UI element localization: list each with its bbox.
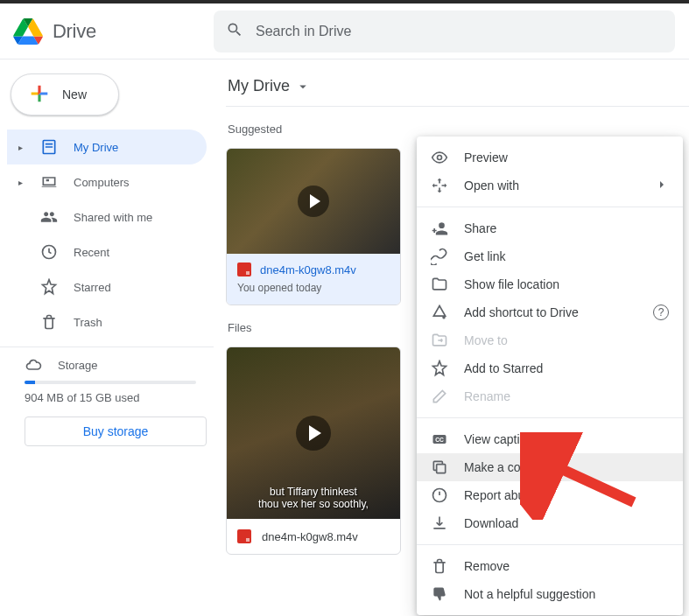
menu-get-link[interactable]: Get link [417, 242, 683, 270]
file-name: dne4m-k0gw8.m4v [262, 530, 358, 543]
person-add-icon [431, 220, 448, 237]
eye-icon [431, 149, 448, 166]
copy-icon [431, 458, 448, 476]
sidebar-item-label: Recent [74, 246, 109, 259]
menu-report-abuse[interactable]: Report abuse [417, 481, 683, 509]
clock-icon [40, 243, 58, 261]
video-file-icon [237, 262, 251, 276]
drive-icon [40, 138, 58, 156]
menu-add-shortcut[interactable]: Add shortcut to Drive ? [417, 298, 683, 326]
menu-rename: Rename [417, 382, 683, 410]
buy-storage-button[interactable]: Buy storage [25, 416, 207, 446]
menu-download[interactable]: Download [417, 509, 683, 537]
sidebar-item-label: My Drive [74, 141, 118, 154]
menu-remove[interactable]: Remove [417, 552, 683, 580]
video-thumbnail[interactable]: but Tiffany thinkest thou vex her so soo… [227, 347, 400, 519]
help-icon[interactable]: ? [653, 304, 669, 320]
link-icon [431, 248, 448, 265]
play-icon [296, 416, 331, 451]
menu-add-starred[interactable]: Add to Starred [417, 354, 683, 382]
sidebar-item-shared[interactable]: ▸ Shared with me [7, 200, 207, 234]
suggested-file-card[interactable]: dne4m-k0gw8.m4v You opened today [226, 148, 401, 305]
thumbs-down-icon [431, 585, 448, 603]
chevron-down-icon [295, 79, 311, 94]
app-name: Drive [53, 20, 96, 43]
pencil-icon [431, 388, 448, 405]
cloud-icon [25, 356, 42, 374]
chevron-right-icon [655, 178, 669, 194]
storage-usage-text: 904 MB of 15 GB used [7, 391, 207, 404]
breadcrumb[interactable]: My Drive [226, 68, 689, 106]
star-icon [431, 360, 448, 377]
open-with-icon [431, 177, 448, 194]
storage-label: Storage [58, 359, 98, 372]
sidebar: New ▸ My Drive ▸ Computers ▸ Shared with… [0, 60, 214, 616]
download-icon [431, 514, 448, 532]
drive-logo-icon [11, 14, 46, 49]
new-button-label: New [62, 88, 87, 102]
menu-preview[interactable]: Preview [417, 144, 683, 172]
nav-list: ▸ My Drive ▸ Computers ▸ Shared with me … [7, 130, 207, 340]
trash-icon [40, 313, 58, 331]
sidebar-item-storage[interactable]: Storage [7, 356, 207, 379]
menu-view-caption[interactable]: CC View caption tracks [417, 425, 683, 453]
menu-make-copy[interactable]: Make a copy [417, 453, 683, 481]
video-file-icon [237, 529, 251, 543]
new-button[interactable]: New [11, 74, 119, 116]
search-bar[interactable] [214, 10, 675, 52]
menu-show-location[interactable]: Show file location [417, 270, 683, 298]
sidebar-item-label: Computers [74, 176, 130, 189]
svg-rect-4 [437, 465, 446, 473]
svg-text:CC: CC [435, 437, 444, 443]
sidebar-item-my-drive[interactable]: ▸ My Drive [7, 130, 207, 164]
file-subtitle: You opened today [237, 282, 390, 294]
context-menu: Preview Open with Share Get link Show fi… [417, 136, 683, 615]
sidebar-item-label: Starred [74, 281, 111, 294]
folder-icon [431, 276, 448, 293]
file-name: dne4m-k0gw8.m4v [260, 263, 356, 276]
search-input[interactable] [256, 24, 663, 39]
video-caption-overlay: but Tiffany thinkest thou vex her so soo… [227, 486, 400, 510]
logo[interactable]: Drive [11, 14, 214, 49]
suggested-heading: Suggested [228, 122, 689, 136]
header: Drive [0, 4, 689, 60]
sidebar-item-label: Trash [74, 316, 102, 329]
computers-icon [40, 173, 58, 191]
drive-shortcut-icon [431, 304, 448, 321]
alert-icon [431, 486, 448, 504]
chevron-right-icon: ▸ [16, 178, 25, 187]
storage-bar [25, 381, 196, 384]
sidebar-item-computers[interactable]: ▸ Computers [7, 164, 207, 200]
people-icon [40, 208, 58, 226]
svg-point-1 [438, 156, 442, 160]
move-icon [431, 332, 448, 349]
search-icon [226, 21, 243, 41]
plus-icon [27, 81, 52, 108]
cc-icon: CC [431, 430, 448, 448]
video-thumbnail[interactable] [227, 149, 400, 254]
menu-move-to: Move to [417, 326, 683, 354]
menu-share[interactable]: Share [417, 214, 683, 242]
menu-open-with[interactable]: Open with [417, 172, 683, 200]
breadcrumb-label: My Drive [228, 77, 290, 95]
sidebar-item-label: Shared with me [74, 211, 152, 224]
play-icon [298, 186, 329, 217]
sidebar-item-recent[interactable]: ▸ Recent [7, 234, 207, 270]
sidebar-item-starred[interactable]: ▸ Starred [7, 270, 207, 304]
sidebar-item-trash[interactable]: ▸ Trash [7, 304, 207, 340]
menu-not-helpful[interactable]: Not a helpful suggestion [417, 580, 683, 608]
star-icon [40, 278, 58, 296]
chevron-right-icon: ▸ [16, 143, 25, 152]
trash-icon [431, 557, 448, 575]
file-card[interactable]: but Tiffany thinkest thou vex her so soo… [226, 346, 401, 555]
